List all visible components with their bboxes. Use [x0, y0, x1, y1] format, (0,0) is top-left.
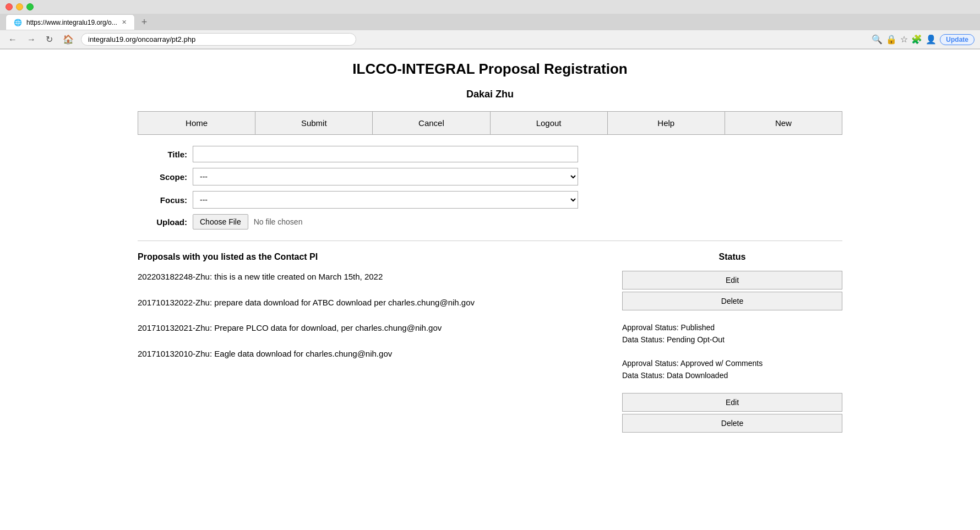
status-column: Status Edit Delete Approval Status: Publ… — [622, 252, 842, 444]
refresh-button[interactable]: ↻ — [43, 33, 56, 46]
title-input[interactable] — [193, 146, 578, 162]
approval-status-2: Approval Status: Published — [622, 321, 842, 334]
file-input-wrapper: Choose File No file chosen — [193, 214, 302, 230]
status-column-header: Status — [622, 252, 842, 262]
cancel-button[interactable]: Cancel — [373, 112, 490, 134]
star-icon[interactable]: ☆ — [900, 34, 908, 45]
search-icon[interactable]: 🔍 — [872, 34, 883, 45]
shield-icon: 🔒 — [886, 34, 897, 45]
section-divider — [138, 241, 842, 241]
data-status-3: Data Status: Data Downloaded — [622, 369, 842, 381]
home-nav-button[interactable]: 🏠 — [60, 33, 77, 46]
scope-label: Scope: — [138, 172, 187, 182]
approval-status-3: Approval Status: Approved w/ Comments — [622, 357, 842, 369]
delete-button-4[interactable]: Delete — [622, 414, 842, 433]
proposal-text-3: 201710132021-Zhu: Prepare PLCO data for … — [138, 323, 442, 332]
help-button[interactable]: Help — [608, 112, 725, 134]
focus-row: Focus: --- — [138, 191, 842, 209]
status-group-1: Edit Delete — [622, 271, 842, 310]
proposal-item-2: 201710132022-Zhu: prepare data download … — [138, 297, 611, 309]
back-button[interactable]: ← — [6, 34, 20, 46]
tab-close-icon[interactable]: ✕ — [122, 19, 127, 26]
focus-select[interactable]: --- — [193, 191, 578, 209]
minimize-button[interactable] — [16, 3, 23, 10]
nav-buttons: Home Submit Cancel Logout Help New — [138, 111, 842, 135]
tab-favicon: 🌐 — [14, 19, 22, 26]
user-name: Dakai Zhu — [94, 89, 886, 100]
titlebar — [0, 0, 980, 14]
edit-button-4[interactable]: Edit — [622, 393, 842, 412]
user-icon[interactable]: 👤 — [925, 34, 937, 45]
upload-label: Upload: — [138, 217, 187, 227]
page-content: ILCCO-INTEGRAL Proposal Registration Dak… — [77, 50, 903, 455]
status-text-2: Approval Status: Published Data Status: … — [622, 321, 842, 346]
proposals-list: Proposals with you listed as the Contact… — [138, 252, 611, 444]
choose-file-button[interactable]: Choose File — [193, 214, 248, 230]
active-tab[interactable]: 🌐 https://www.integralu19.org/o... ✕ — [6, 14, 135, 30]
proposals-section: Proposals with you listed as the Contact… — [138, 252, 842, 444]
submit-button[interactable]: Submit — [255, 112, 373, 134]
status-text-3: Approval Status: Approved w/ Comments Da… — [622, 357, 842, 382]
maximize-button[interactable] — [26, 3, 34, 10]
proposal-item-4: 201710132010-Zhu: Eagle data download fo… — [138, 348, 611, 360]
proposals-header: Proposals with you listed as the Contact… — [138, 252, 611, 262]
scope-select[interactable]: --- — [193, 168, 578, 185]
home-button[interactable]: Home — [138, 112, 255, 134]
logout-button[interactable]: Logout — [491, 112, 608, 134]
address-bar: ← → ↻ 🏠 🔍 🔒 ☆ 🧩 👤 Update — [0, 30, 980, 49]
toolbar-icons: 🔍 🔒 ☆ 🧩 👤 Update — [872, 34, 974, 45]
title-row: Title: — [138, 146, 842, 162]
tab-bar: 🌐 https://www.integralu19.org/o... ✕ + — [0, 14, 980, 30]
close-button[interactable] — [6, 3, 13, 10]
data-status-2: Data Status: Pending Opt-Out — [622, 334, 842, 346]
status-group-3: Approval Status: Approved w/ Comments Da… — [622, 357, 842, 382]
browser-chrome: 🌐 https://www.integralu19.org/o... ✕ + ←… — [0, 0, 980, 50]
status-group-2: Approval Status: Published Data Status: … — [622, 321, 842, 346]
status-group-4: Edit Delete — [622, 393, 842, 433]
file-name-display: No file chosen — [254, 217, 303, 226]
edit-button-1[interactable]: Edit — [622, 271, 842, 289]
form-section: Title: Scope: --- Focus: --- Upload: Cho… — [138, 146, 842, 230]
title-label: Title: — [138, 150, 187, 159]
delete-button-1[interactable]: Delete — [622, 292, 842, 310]
page-title: ILCCO-INTEGRAL Proposal Registration — [94, 61, 886, 78]
traffic-lights — [6, 3, 34, 10]
tab-title: https://www.integralu19.org/o... — [26, 19, 117, 26]
scope-row: Scope: --- — [138, 168, 842, 185]
proposal-text-2: 201710132022-Zhu: prepare data download … — [138, 298, 475, 307]
update-button[interactable]: Update — [940, 34, 974, 45]
forward-button[interactable]: → — [24, 34, 39, 46]
proposal-item-3: 201710132021-Zhu: Prepare PLCO data for … — [138, 322, 611, 335]
proposal-item-1: 202203182248-Zhu: this is a new title cr… — [138, 271, 611, 283]
proposal-text-4: 201710132010-Zhu: Eagle data download fo… — [138, 349, 392, 358]
address-input[interactable] — [81, 33, 356, 46]
new-tab-icon[interactable]: + — [138, 17, 151, 28]
extensions-icon[interactable]: 🧩 — [911, 34, 922, 45]
proposal-text-1: 202203182248-Zhu: this is a new title cr… — [138, 272, 383, 281]
new-button[interactable]: New — [725, 112, 842, 134]
focus-label: Focus: — [138, 195, 187, 205]
upload-row: Upload: Choose File No file chosen — [138, 214, 842, 230]
